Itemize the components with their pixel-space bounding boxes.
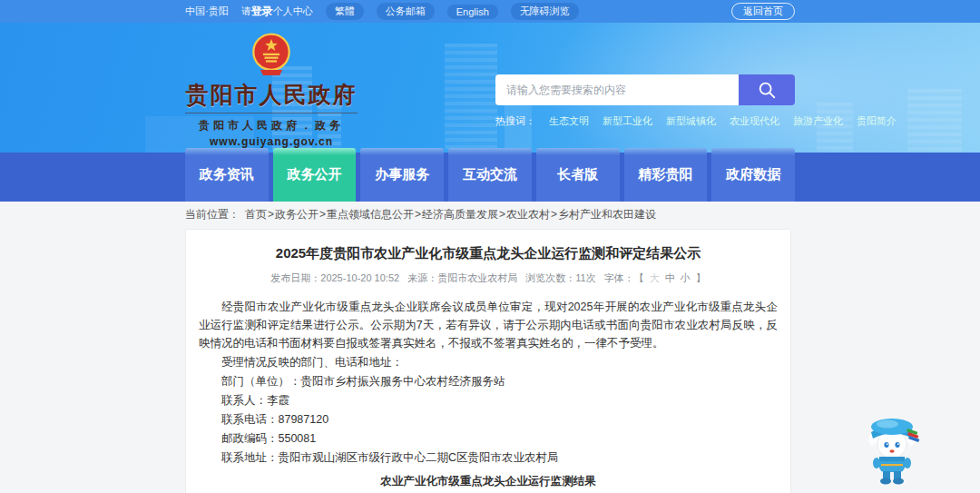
article-source: 来源：贵阳市农业农村局 xyxy=(407,272,517,283)
nav-tab-长者版[interactable]: 长者版 xyxy=(536,148,620,202)
search-area: 热搜词： 生态文明新型工业化新型城镇化农业现代化旅游产业化贵阳简介 xyxy=(495,23,795,153)
mascot-character[interactable] xyxy=(860,410,924,487)
breadcrumb-segment[interactable]: 重点领域信息公开 xyxy=(327,208,414,221)
site-logo-block: 贵阳市人民政府 贵阳市人民政府．政务 www.guiyang.gov.cn xyxy=(185,23,358,153)
hot-search-word[interactable]: 新型工业化 xyxy=(603,114,652,128)
breadcrumb-separator: > xyxy=(499,208,505,221)
topbar-links: 中国·贵阳请登录个人中心繁體公务邮箱English无障碍浏览 xyxy=(185,3,579,20)
view-count: 浏览次数：11次 xyxy=(525,272,595,283)
nav-tab-政府数据[interactable]: 政府数据 xyxy=(711,148,795,202)
breadcrumb-segment[interactable]: 首页 xyxy=(245,208,267,221)
top-utility-bar: 中国·贵阳请登录个人中心繁體公务邮箱English无障碍浏览 返回首页 xyxy=(0,0,980,23)
article-paragraph: 联系人：李霞 xyxy=(199,391,778,409)
breadcrumb: 当前位置： 首页>政务公开>重点领域信息公开>经济高质量发展>农业农村>乡村产业… xyxy=(0,202,980,227)
article-paragraph: 部门（单位）：贵阳市乡村振兴服务中心农村经济服务站 xyxy=(199,372,778,390)
article-card: 2025年度贵阳市农业产业化市级重点龙头企业运行监测和评定结果公示 发布日期：2… xyxy=(185,229,791,493)
breadcrumb-segment[interactable]: 农业农村 xyxy=(506,208,550,221)
return-home-button[interactable]: 返回首页 xyxy=(731,3,795,20)
breadcrumb-segment[interactable]: 乡村产业和农田建设 xyxy=(558,208,656,221)
nav-tab-办事服务[interactable]: 办事服务 xyxy=(360,148,444,202)
article-paragraph: 受理情况反映的部门、电话和地址： xyxy=(199,353,778,371)
font-size-option-中[interactable]: 中 xyxy=(665,272,675,283)
font-size-option-小[interactable]: 小 xyxy=(681,272,691,283)
nav-tab-精彩贵阳[interactable]: 精彩贵阳 xyxy=(624,148,708,202)
font-size-switcher: 大中小 xyxy=(647,272,693,283)
article-paragraph: 邮政编码：550081 xyxy=(199,429,778,448)
hot-search-word[interactable]: 农业现代化 xyxy=(730,114,779,128)
font-size-bracket: 】 xyxy=(696,272,706,283)
publish-date: 发布日期：2025-10-20 10:52 xyxy=(270,272,399,283)
breadcrumb-separator: > xyxy=(551,208,557,221)
article-title: 2025年度贵阳市农业产业化市级重点龙头企业运行监测和评定结果公示 xyxy=(199,245,778,262)
font-size-label: 字体：【 xyxy=(604,272,644,283)
article-body: 经贵阳市农业产业化市级重点龙头企业联席会议成员单位审定，现对2025年开展的农业… xyxy=(199,298,778,467)
article-paragraph: 经贵阳市农业产业化市级重点龙头企业联席会议成员单位审定，现对2025年开展的农业… xyxy=(199,298,778,352)
topbar-link[interactable]: 中国·贵阳 xyxy=(185,5,229,18)
topbar-link[interactable]: English xyxy=(447,5,498,19)
topbar-link[interactable]: 繁體 xyxy=(326,3,364,20)
breadcrumb-separator: > xyxy=(268,208,274,221)
hot-search-word[interactable]: 生态文明 xyxy=(549,114,589,128)
search-icon xyxy=(757,80,777,100)
site-header-banner: 贵阳市人民政府 贵阳市人民政府．政务 www.guiyang.gov.cn 热搜… xyxy=(0,23,980,153)
topbar-link[interactable]: 公务邮箱 xyxy=(377,3,435,20)
site-subtitle: 贵阳市人民政府．政务 xyxy=(185,118,358,133)
nav-tab-政务公开[interactable]: 政务公开 xyxy=(273,148,357,202)
breadcrumb-separator: > xyxy=(319,208,326,221)
hot-search-list: 生态文明新型工业化新型城镇化农业现代化旅游产业化贵阳简介 xyxy=(549,114,897,128)
article-meta: 发布日期：2025-10-20 10:52 来源：贵阳市农业农村局 浏览次数：1… xyxy=(199,271,778,285)
article-paragraph: 联系电话：87987120 xyxy=(199,410,778,429)
breadcrumb-label: 当前位置： xyxy=(185,207,240,222)
search-input[interactable] xyxy=(495,74,739,105)
hot-search-row: 热搜词： 生态文明新型工业化新型城镇化农业现代化旅游产业化贵阳简介 xyxy=(495,114,795,128)
breadcrumb-path: 首页>政务公开>重点领域信息公开>经济高质量发展>农业农村>乡村产业和农田建设 xyxy=(245,207,656,222)
hot-search-word[interactable]: 贵阳简介 xyxy=(857,114,897,128)
font-size-option-大[interactable]: 大 xyxy=(650,272,660,283)
site-url: www.guiyang.gov.cn xyxy=(185,135,358,148)
table-caption: 农业产业化市级重点龙头企业运行监测结果 xyxy=(199,474,778,489)
breadcrumb-separator: > xyxy=(415,208,421,221)
hot-search-label: 热搜词： xyxy=(495,114,535,128)
nav-tab-政务资讯[interactable]: 政务资讯 xyxy=(185,148,269,202)
hot-search-word[interactable]: 旅游产业化 xyxy=(793,114,843,128)
search-button[interactable] xyxy=(739,74,795,105)
national-emblem-icon xyxy=(250,33,292,78)
cityscape-building xyxy=(907,89,962,153)
article-paragraph: 联系地址：贵阳市观山湖区市级行政中心二期C区贵阳市农业农村局 xyxy=(199,449,778,467)
main-navigation: 政务资讯政务公开办事服务互动交流长者版精彩贵阳政府数据 xyxy=(0,153,980,202)
topbar-link[interactable]: 请登录个人中心 xyxy=(241,4,313,19)
breadcrumb-segment[interactable]: 经济高质量发展 xyxy=(422,208,498,221)
site-title: 贵阳市人民政府 xyxy=(185,80,358,113)
breadcrumb-segment[interactable]: 政务公开 xyxy=(275,208,318,221)
nav-tab-互动交流[interactable]: 互动交流 xyxy=(448,148,532,202)
login-link-strong: 登录 xyxy=(251,5,273,17)
topbar-link[interactable]: 无障碍浏览 xyxy=(511,3,579,20)
hot-search-word[interactable]: 新型城镇化 xyxy=(666,114,716,128)
